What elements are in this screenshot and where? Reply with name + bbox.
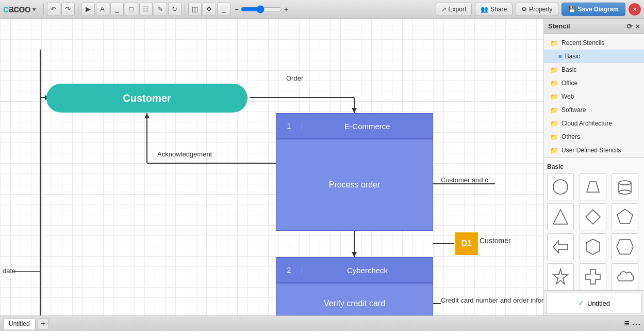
svg-point-17 bbox=[619, 181, 631, 185]
fit-button[interactable]: ✥ bbox=[203, 3, 216, 16]
folder-icon4: 📁 bbox=[550, 93, 558, 101]
svg-marker-28 bbox=[586, 270, 600, 284]
shape-diamond[interactable] bbox=[580, 203, 606, 230]
shape-cloud[interactable] bbox=[612, 263, 638, 290]
shape-star[interactable] bbox=[547, 263, 574, 290]
stencil-close-icon[interactable]: × bbox=[636, 22, 640, 30]
redo-button[interactable]: ↷ bbox=[61, 3, 75, 16]
d1-label: D1 bbox=[461, 239, 472, 248]
check-icon: ✓ bbox=[578, 299, 584, 307]
svg-marker-2 bbox=[352, 108, 357, 113]
arrows-svg bbox=[0, 19, 543, 316]
folder-icon2: 📁 bbox=[550, 66, 558, 74]
stencil-item-others[interactable]: 📁 Others bbox=[544, 130, 644, 144]
customer-and-label: Customer and c bbox=[441, 176, 488, 184]
export-button[interactable]: ↗ Export bbox=[436, 3, 472, 16]
stencil-item-basic[interactable]: 📁 Basic bbox=[544, 63, 644, 76]
share-icon: 👥 bbox=[481, 6, 488, 13]
stencil-item-label: Office bbox=[562, 80, 577, 87]
verify-box[interactable]: Verify credit card bbox=[276, 283, 433, 316]
folder-icon3: 📁 bbox=[550, 80, 558, 87]
text-button[interactable]: A bbox=[96, 3, 109, 16]
dots-icon[interactable]: ⋯ bbox=[632, 318, 641, 329]
svg-point-15 bbox=[553, 180, 568, 194]
stencil-bottom: ✓ Untitled bbox=[544, 290, 644, 316]
process-order-box[interactable]: Process order bbox=[276, 139, 433, 231]
untitled-thumbnail[interactable]: ✓ Untitled bbox=[546, 293, 642, 313]
cybercheck-title: Cybercheck bbox=[302, 266, 433, 275]
stencil-item-label: User Defined Stencils bbox=[562, 147, 621, 154]
shape-circle[interactable] bbox=[547, 174, 574, 200]
export-label: Export bbox=[449, 6, 467, 13]
stencil-item-basic-sub[interactable]: ■ Basic bbox=[544, 50, 644, 63]
history-group: ↶ ↷ bbox=[47, 3, 75, 16]
process-order-label: Process order bbox=[329, 180, 381, 190]
customer-label: Customer bbox=[123, 92, 171, 104]
stencil-item-label: Basic bbox=[562, 66, 576, 73]
connections-button[interactable]: ⎯ bbox=[217, 3, 230, 16]
property-label: Property bbox=[529, 6, 552, 13]
separator3 bbox=[185, 4, 185, 15]
logo-dropdown[interactable]: ▼ bbox=[31, 6, 37, 12]
tab-add-button[interactable]: + bbox=[38, 318, 49, 329]
svg-marker-23 bbox=[617, 209, 633, 224]
stencil-refresh-icon[interactable]: ⟳ bbox=[626, 22, 633, 30]
svg-point-20 bbox=[619, 190, 631, 194]
line-button[interactable]: ⎯ bbox=[110, 3, 124, 16]
pen-button[interactable]: ✎ bbox=[154, 3, 167, 16]
shapes-button[interactable]: □ bbox=[125, 3, 138, 16]
date-label: date bbox=[3, 267, 15, 275]
stencil-item-user-defined[interactable]: 📁 User Defined Stencils bbox=[544, 144, 644, 157]
stencil-item-cloud[interactable]: 📁 Cloud Architecture bbox=[544, 117, 644, 130]
cc-label: Credit card number and order informatio bbox=[441, 296, 543, 304]
stencil-item-label: Software bbox=[562, 106, 586, 114]
property-icon: ⚙ bbox=[521, 6, 527, 13]
stencil-header: Stencil ⟳ × bbox=[544, 19, 644, 34]
stencil-item-software[interactable]: 📁 Software bbox=[544, 103, 644, 117]
grid-button[interactable]: ◫ bbox=[188, 3, 202, 16]
stencil-item-office[interactable]: 📁 Office bbox=[544, 76, 644, 90]
undo-button[interactable]: ↶ bbox=[47, 3, 60, 16]
table-button[interactable]: ☷ bbox=[139, 3, 153, 16]
main-area: Customer Order Acknowledgement 1 E-Comme… bbox=[0, 19, 644, 316]
shape-triangle[interactable] bbox=[547, 203, 574, 230]
shapes-header: Basic bbox=[547, 161, 641, 174]
folder-icon7: 📁 bbox=[550, 133, 558, 141]
close-button[interactable]: × bbox=[629, 3, 641, 15]
property-button[interactable]: ⚙ Property bbox=[516, 3, 558, 16]
stencil-item-label: Cloud Architecture bbox=[562, 120, 612, 127]
save-button[interactable]: 💾 Save Diagram bbox=[562, 3, 625, 16]
shape-cylinder[interactable] bbox=[612, 174, 638, 200]
svg-marker-21 bbox=[553, 210, 568, 224]
refresh-button[interactable]: ↻ bbox=[168, 3, 181, 16]
cybercheck-box[interactable]: 2 Cybercheck bbox=[276, 257, 433, 283]
canvas[interactable]: Customer Order Acknowledgement 1 E-Comme… bbox=[0, 19, 543, 316]
folder-icon: 📁 bbox=[550, 39, 558, 47]
save-label: Save Diagram bbox=[578, 6, 619, 13]
app-logo[interactable]: cacoo ▼ bbox=[3, 3, 37, 15]
zoom-in-icon[interactable]: + bbox=[284, 5, 288, 13]
stencil-item-recent[interactable]: 📁 Recent Stencils bbox=[544, 36, 644, 50]
d1-badge[interactable]: D1 bbox=[455, 232, 478, 255]
toolbar: cacoo ▼ ↶ ↷ ▶ A ⎯ □ ☷ ✎ ↻ ◫ ✥ ⎯ − + ↗ Ex… bbox=[0, 0, 644, 19]
share-button[interactable]: 👥 Share bbox=[475, 3, 513, 16]
shapes-grid bbox=[547, 174, 641, 290]
order-label: Order bbox=[286, 74, 303, 82]
customer-shape[interactable]: Customer bbox=[46, 84, 247, 113]
shape-pentagon[interactable] bbox=[612, 203, 638, 230]
tab-untitled[interactable]: Untitled bbox=[3, 318, 36, 329]
svg-marker-25 bbox=[586, 239, 600, 255]
select-button[interactable]: ▶ bbox=[81, 3, 95, 16]
shape-hexagon[interactable] bbox=[580, 233, 606, 260]
shape-arrow[interactable] bbox=[547, 233, 574, 260]
shape-trapezoid[interactable] bbox=[580, 174, 606, 200]
zoom-slider[interactable] bbox=[241, 4, 282, 14]
export-icon: ↗ bbox=[441, 6, 447, 13]
stencil-panel: Stencil ⟳ × 📁 Recent Stencils ■ Basic 📁 … bbox=[543, 19, 644, 316]
stencil-item-web[interactable]: 📁 Web bbox=[544, 90, 644, 103]
shape-heptagon[interactable] bbox=[612, 233, 638, 260]
ecommerce-box[interactable]: 1 E-Commerce bbox=[276, 113, 433, 139]
zoom-out-icon[interactable]: − bbox=[235, 5, 239, 13]
shape-cross[interactable] bbox=[580, 263, 606, 290]
hamburger-icon[interactable]: ≡ bbox=[624, 318, 630, 329]
